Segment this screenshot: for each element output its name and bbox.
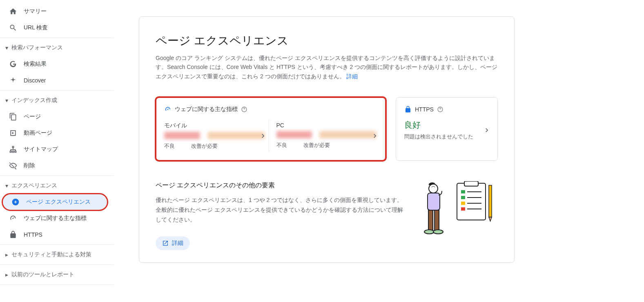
section-label: インデックス作成 [11, 97, 57, 104]
chevron-right-icon [259, 132, 267, 140]
sidebar-item-summary[interactable]: サマリー [0, 3, 106, 20]
help-icon[interactable] [241, 106, 247, 113]
sidebar-item-pages[interactable]: ページ [0, 109, 106, 125]
section-index[interactable]: ▾ インデックス作成 [0, 92, 114, 109]
chevron-right-icon [371, 132, 379, 140]
search-icon [8, 23, 18, 33]
section-label: 検索パフォーマンス [11, 44, 63, 51]
sidebar-item-core-web-vitals[interactable]: ウェブに関する主な指標 [0, 210, 106, 226]
other-desc: 優れたページ エクスペリエンスは、1 つや 2 つではなく、さらに多くの側面を重… [156, 195, 404, 224]
section-label: 以前のツールとレポート [11, 271, 74, 278]
chevron-right-icon [483, 126, 491, 134]
pages-icon [8, 112, 18, 122]
svg-rect-13 [489, 185, 492, 217]
sidebar-item-label: サイトマップ [24, 146, 58, 153]
sidebar-item-label: 検索結果 [24, 60, 47, 68]
page-experience-card: ページ エクスペリエンス Google のコア ランキング システムは、優れたペ… [139, 16, 515, 263]
help-icon[interactable] [437, 106, 443, 113]
sidebar-item-label: 動画ページ [24, 129, 52, 137]
chevron-right-icon: ▸ [3, 251, 10, 258]
other-factors-section: ページ エクスペリエンスのその他の要素 優れたページ エクスペリエンスは、1 つ… [156, 181, 498, 250]
section-security-manual[interactable]: ▸ セキュリティと手動による対策 [0, 246, 114, 263]
section-label: セキュリティと手動による対策 [11, 251, 91, 258]
section-label: エクスペリエンス [11, 182, 57, 189]
sidebar-item-label: ページ エクスペリエンス [26, 198, 91, 206]
video-icon [8, 128, 18, 138]
svg-rect-16 [428, 193, 440, 210]
chevron-down-icon: ▾ [3, 182, 10, 189]
svg-rect-4 [464, 181, 478, 186]
sidebar-item-video-pages[interactable]: 動画ページ [0, 125, 106, 141]
legend-bad: 不良 [164, 142, 175, 150]
https-sub: 問題は検出されませんでした [404, 133, 484, 140]
learn-more-label: 詳細 [172, 240, 183, 247]
home-icon [8, 7, 18, 16]
open-in-new-icon [162, 240, 169, 246]
svg-point-20 [433, 230, 443, 234]
chevron-down-icon: ▾ [3, 97, 10, 104]
lock-icon [8, 230, 18, 240]
svg-marker-14 [489, 217, 492, 221]
learn-more-link[interactable]: 詳細 [346, 73, 358, 80]
svg-rect-8 [461, 207, 465, 211]
sidebar-item-https[interactable]: HTTPS [0, 226, 106, 243]
sidebar-item-label: サマリー [24, 8, 47, 15]
cwv-pc[interactable]: PC 不良 改善が必要 [269, 120, 381, 152]
section-legacy-tools[interactable]: ▸ 以前のツールとレポート [0, 266, 114, 283]
page-title: ページ エクスペリエンス [156, 33, 498, 49]
sidebar-item-discover[interactable]: Discover [0, 72, 106, 89]
sidebar-item-label: 削除 [24, 162, 35, 169]
chevron-right-icon: ▸ [3, 271, 10, 278]
speedometer-icon [8, 213, 18, 223]
learn-more-button[interactable]: 詳細 [156, 236, 190, 250]
sidebar-item-label: Discover [24, 77, 46, 84]
sidebar: サマリー URL 検査 ▾ 検索パフォーマンス 検索結果 Discover ▾ … [0, 0, 114, 302]
mobile-label: モバイル [164, 122, 265, 129]
cwv-title: ウェブに関する主な指標 [175, 106, 238, 113]
svg-point-15 [429, 184, 438, 193]
sidebar-item-label: HTTPS [24, 231, 42, 238]
svg-rect-18 [435, 210, 439, 231]
circle-plus-icon [11, 197, 20, 207]
sidebar-item-url-inspect[interactable]: URL 検査 [0, 20, 106, 36]
sitemap-icon [8, 144, 18, 154]
lock-icon [404, 106, 412, 113]
section-experience[interactable]: ▾ エクスペリエンス [0, 178, 114, 194]
chevron-down-icon: ▾ [3, 44, 10, 51]
sidebar-item-removals[interactable]: 削除 [0, 158, 106, 174]
https-card[interactable]: HTTPS 良好 問題は検出されませんでした [396, 97, 498, 161]
https-status: 良好 [404, 120, 484, 131]
google-icon [8, 59, 18, 69]
main-content: ページ エクスペリエンス Google のコア ランキング システムは、優れたペ… [114, 0, 644, 302]
page-description: Google のコア ランキング システムは、優れたページ エクスペリエンスを提… [156, 53, 498, 81]
svg-rect-5 [461, 190, 465, 193]
legend-needs: 改善が必要 [303, 142, 330, 149]
sidebar-item-search-results[interactable]: 検索結果 [0, 56, 106, 72]
legend-needs: 改善が必要 [191, 142, 218, 150]
speedometer-icon [164, 106, 172, 113]
metrics-row: ウェブに関する主な指標 モバイル 不良 改善が必要 [156, 97, 498, 161]
pc-label: PC [276, 122, 377, 129]
other-title: ページ エクスペリエンスのその他の要素 [156, 181, 404, 190]
svg-rect-6 [461, 196, 465, 199]
svg-rect-17 [428, 210, 433, 231]
sidebar-item-label: URL 検査 [24, 24, 48, 31]
cwv-mobile[interactable]: モバイル 不良 改善が必要 [164, 120, 269, 152]
sidebar-item-label: ページ [24, 113, 41, 120]
svg-point-19 [424, 230, 434, 234]
sidebar-item-page-experience[interactable]: ページ エクスペリエンス [2, 194, 107, 210]
sidebar-item-label: ウェブに関する主な指標 [24, 215, 87, 222]
section-search-performance[interactable]: ▾ 検索パフォーマンス [0, 40, 114, 56]
checklist-illustration [416, 181, 498, 238]
core-web-vitals-card[interactable]: ウェブに関する主な指標 モバイル 不良 改善が必要 [156, 97, 386, 161]
asterisk-icon [8, 76, 18, 85]
https-title: HTTPS [415, 106, 434, 113]
svg-rect-7 [461, 202, 465, 205]
sidebar-item-sitemaps[interactable]: サイトマップ [0, 141, 106, 158]
legend-bad: 不良 [276, 142, 287, 149]
visibility-off-icon [8, 161, 18, 171]
